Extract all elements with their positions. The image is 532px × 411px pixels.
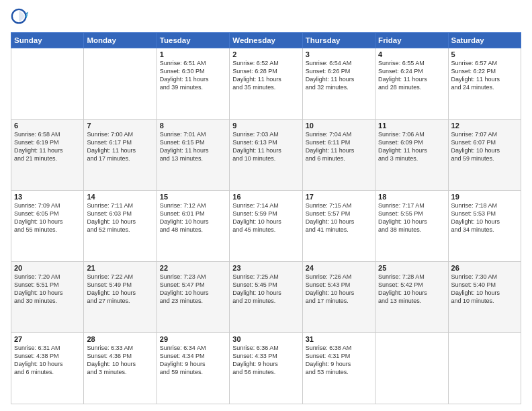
calendar-week-row: 6Sunrise: 6:58 AM Sunset: 6:19 PM Daylig… <box>11 120 521 191</box>
calendar-cell: 6Sunrise: 6:58 AM Sunset: 6:19 PM Daylig… <box>11 120 84 191</box>
day-number: 7 <box>87 122 153 130</box>
logo-icon <box>11 8 30 27</box>
day-number: 25 <box>378 264 445 272</box>
calendar-table: SundayMondayTuesdayWednesdayThursdayFrid… <box>11 32 521 404</box>
day-number: 16 <box>232 193 299 201</box>
calendar-cell: 20Sunrise: 7:20 AM Sunset: 5:51 PM Dayli… <box>11 262 84 333</box>
day-detail: Sunrise: 6:52 AM Sunset: 6:28 PM Dayligh… <box>232 59 299 92</box>
day-number: 22 <box>160 264 226 272</box>
day-detail: Sunrise: 7:03 AM Sunset: 6:13 PM Dayligh… <box>232 130 299 163</box>
day-detail: Sunrise: 7:14 AM Sunset: 5:59 PM Dayligh… <box>232 201 299 234</box>
day-number: 26 <box>451 264 518 272</box>
calendar-cell: 30Sunrise: 6:36 AM Sunset: 4:33 PM Dayli… <box>230 333 302 404</box>
day-detail: Sunrise: 6:31 AM Sunset: 4:38 PM Dayligh… <box>14 344 81 377</box>
day-detail: Sunrise: 7:04 AM Sunset: 6:11 PM Dayligh… <box>306 130 372 163</box>
calendar-cell: 21Sunrise: 7:22 AM Sunset: 5:49 PM Dayli… <box>84 262 157 333</box>
day-detail: Sunrise: 6:58 AM Sunset: 6:19 PM Dayligh… <box>14 130 81 163</box>
day-number: 18 <box>378 193 445 201</box>
calendar-day-header: Thursday <box>302 33 375 48</box>
calendar-cell <box>84 48 157 120</box>
calendar-cell: 29Sunrise: 6:34 AM Sunset: 4:34 PM Dayli… <box>157 333 229 404</box>
page: SundayMondayTuesdayWednesdayThursdayFrid… <box>0 0 532 411</box>
day-number: 2 <box>232 50 299 58</box>
calendar-week-row: 13Sunrise: 7:09 AM Sunset: 6:05 PM Dayli… <box>11 191 521 262</box>
day-number: 8 <box>160 122 226 130</box>
day-detail: Sunrise: 7:25 AM Sunset: 5:45 PM Dayligh… <box>232 273 299 306</box>
day-number: 28 <box>87 335 153 343</box>
calendar-day-header: Saturday <box>448 33 521 48</box>
calendar-cell: 28Sunrise: 6:33 AM Sunset: 4:36 PM Dayli… <box>84 333 157 404</box>
day-detail: Sunrise: 7:20 AM Sunset: 5:51 PM Dayligh… <box>14 273 81 306</box>
day-detail: Sunrise: 7:06 AM Sunset: 6:09 PM Dayligh… <box>378 130 445 163</box>
day-detail: Sunrise: 7:00 AM Sunset: 6:17 PM Dayligh… <box>87 130 153 163</box>
calendar-cell: 18Sunrise: 7:17 AM Sunset: 5:55 PM Dayli… <box>375 191 448 262</box>
day-detail: Sunrise: 7:07 AM Sunset: 6:07 PM Dayligh… <box>451 130 518 163</box>
day-number: 30 <box>232 335 299 343</box>
day-detail: Sunrise: 7:15 AM Sunset: 5:57 PM Dayligh… <box>306 201 372 234</box>
calendar-week-row: 1Sunrise: 6:51 AM Sunset: 6:30 PM Daylig… <box>11 48 521 120</box>
calendar-header-row: SundayMondayTuesdayWednesdayThursdayFrid… <box>11 33 521 48</box>
day-number: 24 <box>306 264 372 272</box>
calendar-cell: 14Sunrise: 7:11 AM Sunset: 6:03 PM Dayli… <box>84 191 157 262</box>
calendar-cell: 26Sunrise: 7:30 AM Sunset: 5:40 PM Dayli… <box>448 262 521 333</box>
day-number: 29 <box>160 335 226 343</box>
calendar-day-header: Sunday <box>11 33 84 48</box>
day-detail: Sunrise: 7:30 AM Sunset: 5:40 PM Dayligh… <box>451 273 518 306</box>
day-number: 31 <box>306 335 372 343</box>
logo <box>11 8 34 27</box>
day-number: 3 <box>306 50 372 58</box>
day-number: 17 <box>306 193 372 201</box>
day-detail: Sunrise: 7:23 AM Sunset: 5:47 PM Dayligh… <box>160 273 226 306</box>
calendar-cell: 3Sunrise: 6:54 AM Sunset: 6:26 PM Daylig… <box>302 48 375 120</box>
calendar-day-header: Friday <box>375 33 448 48</box>
calendar-cell: 4Sunrise: 6:55 AM Sunset: 6:24 PM Daylig… <box>375 48 448 120</box>
day-detail: Sunrise: 7:22 AM Sunset: 5:49 PM Dayligh… <box>87 273 153 306</box>
calendar-cell: 11Sunrise: 7:06 AM Sunset: 6:09 PM Dayli… <box>375 120 448 191</box>
day-number: 13 <box>14 193 81 201</box>
day-number: 5 <box>451 50 518 58</box>
day-detail: Sunrise: 6:55 AM Sunset: 6:24 PM Dayligh… <box>378 59 445 92</box>
day-detail: Sunrise: 7:12 AM Sunset: 6:01 PM Dayligh… <box>160 201 226 234</box>
calendar-week-row: 27Sunrise: 6:31 AM Sunset: 4:38 PM Dayli… <box>11 333 521 404</box>
day-detail: Sunrise: 7:28 AM Sunset: 5:42 PM Dayligh… <box>378 273 445 306</box>
day-detail: Sunrise: 6:57 AM Sunset: 6:22 PM Dayligh… <box>451 59 518 92</box>
calendar-cell: 5Sunrise: 6:57 AM Sunset: 6:22 PM Daylig… <box>448 48 521 120</box>
header <box>11 8 521 27</box>
day-number: 1 <box>160 50 226 58</box>
calendar-cell <box>375 333 448 404</box>
day-number: 23 <box>232 264 299 272</box>
day-number: 14 <box>87 193 153 201</box>
calendar-week-row: 20Sunrise: 7:20 AM Sunset: 5:51 PM Dayli… <box>11 262 521 333</box>
calendar-cell: 12Sunrise: 7:07 AM Sunset: 6:07 PM Dayli… <box>448 120 521 191</box>
calendar-cell: 22Sunrise: 7:23 AM Sunset: 5:47 PM Dayli… <box>157 262 229 333</box>
day-detail: Sunrise: 7:18 AM Sunset: 5:53 PM Dayligh… <box>451 201 518 234</box>
calendar-cell: 10Sunrise: 7:04 AM Sunset: 6:11 PM Dayli… <box>302 120 375 191</box>
calendar-cell: 27Sunrise: 6:31 AM Sunset: 4:38 PM Dayli… <box>11 333 84 404</box>
calendar-cell <box>11 48 84 120</box>
calendar-cell: 2Sunrise: 6:52 AM Sunset: 6:28 PM Daylig… <box>230 48 302 120</box>
day-number: 11 <box>378 122 445 130</box>
day-detail: Sunrise: 6:38 AM Sunset: 4:31 PM Dayligh… <box>306 344 372 377</box>
calendar-day-header: Tuesday <box>157 33 229 48</box>
day-detail: Sunrise: 6:34 AM Sunset: 4:34 PM Dayligh… <box>160 344 226 377</box>
day-number: 10 <box>306 122 372 130</box>
calendar-cell: 16Sunrise: 7:14 AM Sunset: 5:59 PM Dayli… <box>230 191 302 262</box>
calendar-cell: 1Sunrise: 6:51 AM Sunset: 6:30 PM Daylig… <box>157 48 229 120</box>
calendar-cell: 13Sunrise: 7:09 AM Sunset: 6:05 PM Dayli… <box>11 191 84 262</box>
day-detail: Sunrise: 6:51 AM Sunset: 6:30 PM Dayligh… <box>160 59 226 92</box>
day-detail: Sunrise: 6:33 AM Sunset: 4:36 PM Dayligh… <box>87 344 153 377</box>
calendar-cell <box>448 333 521 404</box>
day-detail: Sunrise: 7:26 AM Sunset: 5:43 PM Dayligh… <box>306 273 372 306</box>
day-number: 4 <box>378 50 445 58</box>
day-number: 6 <box>14 122 81 130</box>
day-detail: Sunrise: 7:17 AM Sunset: 5:55 PM Dayligh… <box>378 201 445 234</box>
day-number: 27 <box>14 335 81 343</box>
calendar-cell: 31Sunrise: 6:38 AM Sunset: 4:31 PM Dayli… <box>302 333 375 404</box>
day-detail: Sunrise: 7:01 AM Sunset: 6:15 PM Dayligh… <box>160 130 226 163</box>
day-detail: Sunrise: 7:09 AM Sunset: 6:05 PM Dayligh… <box>14 201 81 234</box>
calendar-cell: 7Sunrise: 7:00 AM Sunset: 6:17 PM Daylig… <box>84 120 157 191</box>
day-number: 15 <box>160 193 226 201</box>
calendar-day-header: Wednesday <box>230 33 302 48</box>
day-detail: Sunrise: 6:36 AM Sunset: 4:33 PM Dayligh… <box>232 344 299 377</box>
day-number: 19 <box>451 193 518 201</box>
